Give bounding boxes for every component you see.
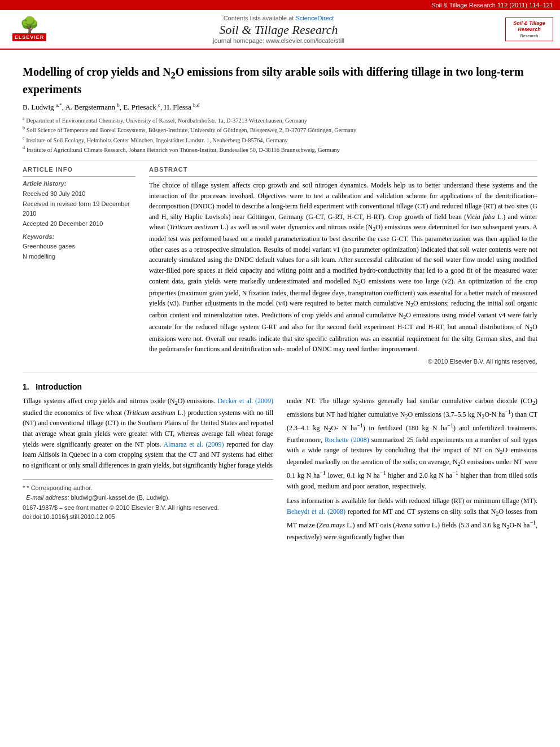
intro-right-p1: under NT. The tillage systems generally …: [287, 396, 537, 491]
intro-left-p1: Tillage systems affect crop yields and n…: [23, 396, 273, 470]
footnote-area: * * Corresponding author. E-mail address…: [23, 479, 273, 520]
affiliation-d: Institute of Agricultural Climate Resear…: [27, 146, 340, 152]
body-divider: [23, 373, 537, 373]
elsevier-label: ELSEVIER: [12, 33, 47, 41]
elsevier-tree-icon: 🌳: [20, 18, 40, 33]
footer-doi: doi:doi:10.1016/j.still.2010.12.005: [23, 513, 273, 520]
journal-logo-subtitle: Research: [508, 33, 550, 38]
abstract-col: ABSTRACT The choice of tillage system af…: [149, 166, 537, 365]
journal-reference-text: Soil & Tillage Research 112 (2011) 114–1…: [431, 2, 553, 8]
introduction-section: 1. Introduction Tillage systems affect c…: [23, 382, 537, 547]
header-divider: [23, 160, 537, 160]
ref-beheydt[interactable]: Beheydt et al. (2008): [287, 508, 345, 516]
section-number: 1.: [23, 382, 29, 391]
affiliations: a Department of Environmental Chemistry,…: [23, 115, 537, 154]
journal-homepage: journal homepage: www.elsevier.com/locat…: [58, 37, 500, 44]
doi-link[interactable]: doi:10.1016/j.still.2010.12.005: [33, 513, 115, 520]
journal-header: 🌳 ELSEVIER Contents lists available at S…: [0, 10, 560, 50]
keyword-greenhouse: Greenhouse gases: [23, 242, 135, 252]
abstract-text: The choice of tillage system affects cro…: [149, 180, 537, 355]
article-info-col: ARTICLE INFO Article history: Received 3…: [23, 166, 135, 365]
article-info-divider: [23, 176, 135, 177]
abstract-heading: ABSTRACT: [149, 166, 537, 173]
main-content: Modelling of crop yields and N2O emissio…: [0, 50, 560, 558]
journal-header-center: Contents lists available at ScienceDirec…: [58, 15, 500, 44]
homepage-label: journal homepage: www.elsevier.com/locat…: [213, 37, 344, 44]
accepted-date: Accepted 20 December 2010: [23, 219, 135, 229]
sciencedirect-link[interactable]: ScienceDirect: [295, 15, 334, 21]
footnote-email-label: E-mail address:: [26, 494, 69, 501]
abstract-divider: [149, 176, 537, 177]
history-label: Article history:: [23, 180, 135, 187]
journal-reference-bar: Soil & Tillage Research 112 (2011) 114–1…: [0, 0, 560, 10]
article-title: Modelling of crop yields and N2O emissio…: [23, 64, 537, 97]
intro-right-p2: Less information is available for fields…: [287, 496, 537, 542]
article-info-heading: ARTICLE INFO: [23, 166, 135, 173]
footer-issn: 0167-1987/$ – see front matter © 2010 El…: [23, 504, 273, 511]
affiliation-c: Institute of Soil Ecology, Helmholtz Cen…: [26, 137, 288, 143]
section-title-text: Introduction: [36, 382, 82, 391]
journal-logo-box: Soil & Tillage Research Research: [505, 18, 553, 41]
introduction-body: Tillage systems affect crop yields and n…: [23, 396, 537, 547]
introduction-title: 1. Introduction: [23, 382, 537, 391]
revised-date: Received in revised form 19 December 201…: [23, 199, 135, 219]
footnote-star-text: * Corresponding author.: [27, 484, 92, 491]
affiliation-a: Department of Environmental Chemistry, U…: [26, 117, 307, 124]
copyright-line: © 2010 Elsevier B.V. All rights reserved…: [149, 358, 537, 365]
footnote-corresponding: * * Corresponding author.: [23, 483, 273, 493]
ref-almaraz[interactable]: Almaraz et al. (2009): [163, 440, 224, 448]
doi-label: doi:: [23, 513, 33, 520]
elsevier-logo: 🌳 ELSEVIER: [7, 18, 52, 41]
ref-rochette[interactable]: Rochette (2008): [325, 436, 369, 444]
intro-left-col: Tillage systems affect crop yields and n…: [23, 396, 273, 547]
contents-available-line: Contents lists available at ScienceDirec…: [58, 15, 500, 21]
footnote-email-line: E-mail address: bludwig@uni-kassel.de (B…: [23, 493, 273, 503]
authors-line: B. Ludwig a,*, A. Bergstermann b, E. Pri…: [23, 102, 537, 112]
article-meta-section: ARTICLE INFO Article history: Received 3…: [23, 166, 537, 365]
keywords-label: Keywords:: [23, 233, 135, 240]
footnote-email-link[interactable]: bludwig@uni-kassel.de: [71, 494, 135, 501]
intro-right-col: under NT. The tillage systems generally …: [287, 396, 537, 547]
ref-decker[interactable]: Decker et al. (2009): [217, 397, 273, 405]
issn-text: 0167-1987/$ – see front matter © 2010 El…: [23, 504, 219, 511]
affiliation-b: Soil Science of Temperate and Boreal Eco…: [27, 127, 357, 133]
received-date: Received 30 July 2010: [23, 189, 135, 199]
footnote-email-person: (B. Ludwig).: [137, 494, 170, 501]
journal-title: Soil & Tillage Research: [58, 23, 500, 37]
keyword-modelling: N modelling: [23, 252, 135, 262]
journal-logo-title: Soil & Tillage Research: [508, 20, 550, 33]
